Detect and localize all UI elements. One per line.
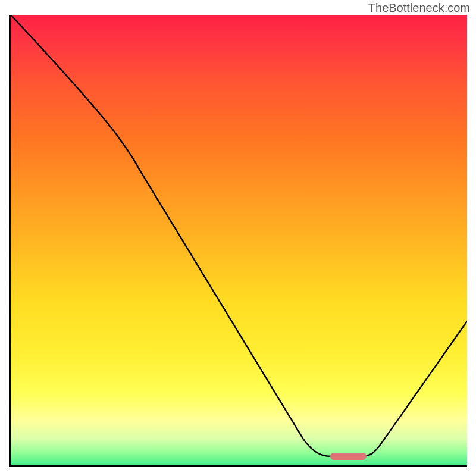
bottleneck-curve [11,15,467,465]
watermark-text: TheBottleneck.com [368,1,470,15]
chart-plot-area [9,15,467,467]
optimal-range-marker [330,453,367,460]
